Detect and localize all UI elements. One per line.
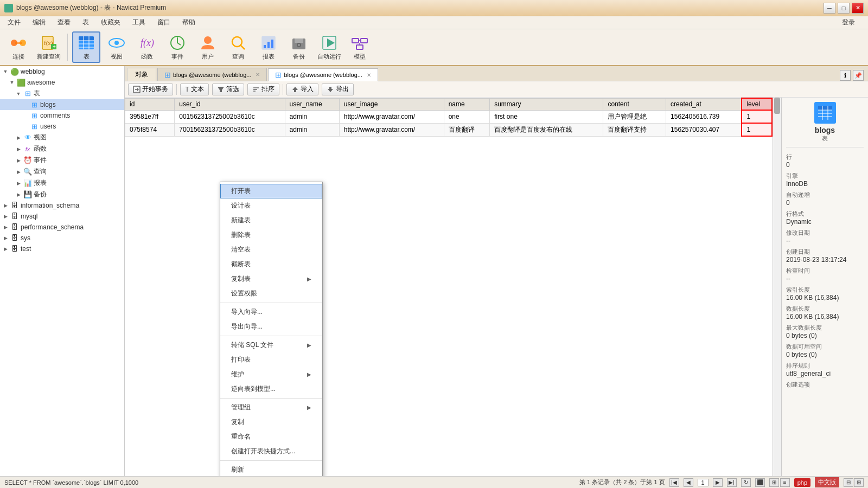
begin-transaction-button[interactable]: 开始事务 [128,84,173,95]
context-menu-item-set-perms[interactable]: 设置权限 [220,286,322,301]
context-menu-item-rename[interactable]: 重命名 [220,429,322,444]
context-menu-item-design-table[interactable]: 设计表 [220,198,322,213]
vertical-scrollbar[interactable] [773,98,781,476]
table-cell-user_id[interactable]: 001562313725002b3610c [175,110,285,123]
menu-table[interactable]: 表 [77,17,94,28]
context-menu-item-maintain[interactable]: 维护▶ [220,367,322,382]
col-header-content[interactable]: content [603,98,666,110]
sidebar-item-reports[interactable]: ▶ 📊 报表 [0,177,124,189]
nav-stop-button[interactable]: ⬛ [755,478,765,487]
table-cell-level[interactable]: 1 [742,110,772,123]
tab-blogs-2[interactable]: ⊞ blogs @awesome (webblog... ✕ [268,68,378,81]
tab-objects[interactable]: 对象 [127,68,156,81]
tab-close-1[interactable]: ✕ [256,72,260,78]
close-button[interactable]: ✕ [852,3,864,14]
sidebar-item-info-schema[interactable]: ▶ 🗄 information_schema [0,200,124,211]
context-menu-item-delete-table[interactable]: 删除表 [220,228,322,242]
tool-function[interactable]: f(x) 函数 [133,31,161,63]
nav-last-button[interactable]: ▶| [727,478,737,487]
table-cell-summary[interactable]: 百度翻译是百度发布的在线 [490,123,603,136]
nav-refresh-button[interactable]: ↻ [741,478,751,487]
tool-report[interactable]: 报表 [254,31,283,63]
context-menu-item-reverse-model[interactable]: 逆向表到模型... [220,382,322,396]
tool-autorun[interactable]: 自动运行 [315,31,343,63]
nav-prev-button[interactable]: ◀ [684,478,693,487]
nav-first-button[interactable]: |◀ [669,478,679,487]
sidebar-item-events[interactable]: ▶ ⏰ 事件 [0,155,124,166]
text-button[interactable]: T 文本 [180,84,209,95]
sidebar-item-queries[interactable]: ▶ 🔍 查询 [0,166,124,177]
col-header-id[interactable]: id [125,98,175,110]
table-cell-name[interactable]: one [444,110,489,123]
context-menu-item-import-wizard[interactable]: 导入向导... [220,305,322,319]
context-menu-item-truncate-table[interactable]: 截断表 [220,257,322,272]
tool-user[interactable]: 用户 [194,31,222,63]
import-button[interactable]: 导入 [286,84,318,95]
tool-connect[interactable]: 连接 [4,31,33,63]
tool-table[interactable]: 表 [72,31,100,63]
sidebar-item-sys[interactable]: ▶ 🗄 sys [0,233,124,243]
menu-favorites[interactable]: 收藏夹 [95,17,126,28]
tool-view[interactable]: 视图 [103,31,131,63]
table-cell-user_image[interactable]: http://www.gravatar.com/ [339,110,444,123]
sort-button[interactable]: 排序 [247,84,279,95]
menu-tools[interactable]: 工具 [127,17,151,28]
nav-next-button[interactable]: ▶ [713,478,723,487]
tool-new-query[interactable]: f(x) + 新建查询 [35,31,63,63]
context-menu-item-open-table[interactable]: 打开表 [220,184,322,198]
sidebar-item-test[interactable]: ▶ 🗄 test [0,243,124,254]
sidebar-item-views[interactable]: ▶ 👁 视图 [0,132,124,143]
table-cell-level[interactable]: 1 [742,123,772,136]
export-button[interactable]: 导出 [322,84,354,95]
sidebar-item-perf-schema[interactable]: ▶ 🗄 performance_schema [0,222,124,233]
col-header-level[interactable]: level [742,98,772,110]
menu-window[interactable]: 窗口 [152,17,176,28]
col-header-user-name[interactable]: user_name [285,98,339,110]
sidebar-item-functions[interactable]: ▶ fx 函数 [0,143,124,155]
table-cell-user_id[interactable]: 700156231372500b3610c [175,123,285,136]
grid-view-button[interactable]: ⊞ [769,478,779,487]
context-menu-item-print-table[interactable]: 打印表 [220,352,322,367]
context-menu-item-copy-table[interactable]: 复制表▶ [220,272,322,286]
menu-edit[interactable]: 编辑 [27,17,51,28]
sidebar-item-webblog[interactable]: ▼ 🟢 webblog [0,66,124,77]
context-menu-item-new-table[interactable]: 新建表 [220,213,322,228]
table-cell-user_name[interactable]: admin [285,110,339,123]
sidebar-item-blogs[interactable]: ⊞ blogs [0,99,124,110]
tab-pin-button[interactable]: 📌 [853,70,864,81]
table-cell-summary[interactable]: first one [490,110,603,123]
table-cell-id[interactable]: 39581e7ff [125,110,175,123]
tool-backup[interactable]: 备份 [285,31,313,63]
col-header-user-id[interactable]: user_id [175,98,285,110]
table-cell-name[interactable]: 百度翻译 [444,123,489,136]
table-row[interactable]: 39581e7ff001562313725002b3610cadminhttp:… [125,110,773,123]
context-menu-item-create-shortcut[interactable]: 创建打开表快捷方式... [220,444,322,459]
table-cell-created_at[interactable]: 1562405616.739 [666,110,742,123]
col-header-user-image[interactable]: user_image [339,98,444,110]
sidebar-item-users[interactable]: ⊞ users [0,121,124,132]
table-cell-content[interactable]: 用户管理是绝 [603,110,666,123]
menu-file[interactable]: 文件 [2,17,26,28]
context-menu-item-export-wizard[interactable]: 导出向导... [220,319,322,334]
sidebar-item-tables-folder[interactable]: ▼ ⊞ 表 [0,88,124,99]
tool-query[interactable]: 查询 [224,31,252,63]
minimize-button[interactable]: ─ [824,3,835,14]
layout-btn-2[interactable]: ⊞ [854,478,864,487]
table-cell-user_image[interactable]: http://www.gravatar.com/ [339,123,444,136]
context-menu-item-copy2[interactable]: 复制 [220,415,322,429]
sidebar-item-backups[interactable]: ▶ 💾 备份 [0,189,124,200]
table-cell-content[interactable]: 百度翻译支持 [603,123,666,136]
col-header-name[interactable]: name [444,98,489,110]
layout-btn-1[interactable]: ⊟ [844,478,853,487]
tab-close-2[interactable]: ✕ [367,72,371,78]
form-view-button[interactable]: ≡ [780,478,790,487]
tab-info-button[interactable]: ℹ [840,70,851,81]
tab-blogs-1[interactable]: ⊞ blogs @awesome (webblog... ✕ [157,68,267,81]
context-menu-item-manage-group[interactable]: 管理组▶ [220,400,322,415]
filter-button[interactable]: 筛选 [212,84,244,95]
menu-view[interactable]: 查看 [52,17,76,28]
table-cell-created_at[interactable]: 1562570030.407 [666,123,742,136]
tool-event[interactable]: 事件 [163,31,192,63]
table-cell-id[interactable]: 075f8574 [125,123,175,136]
context-menu-item-empty-table[interactable]: 清空表 [220,242,322,257]
